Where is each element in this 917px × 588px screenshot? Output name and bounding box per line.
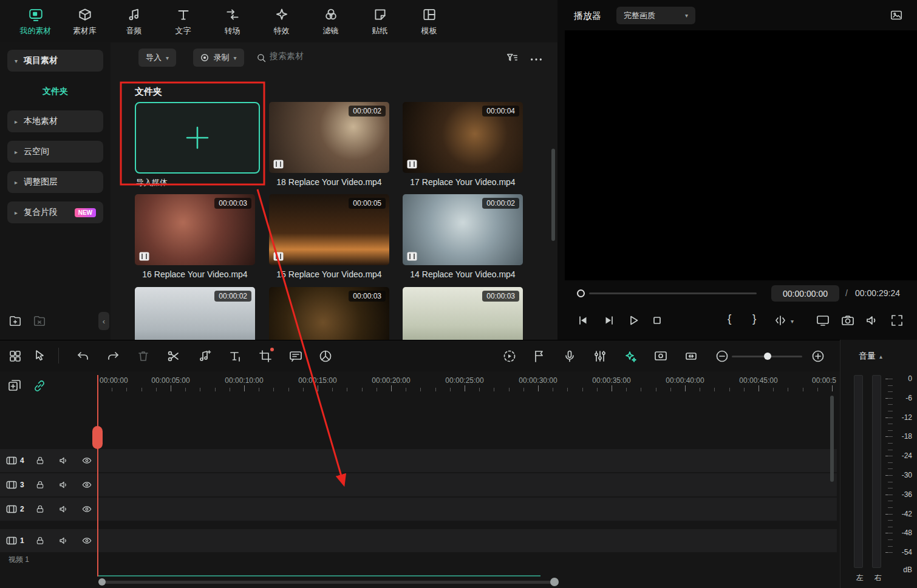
media-view-toggle-button[interactable]	[8, 349, 22, 363]
snapshot-button[interactable]	[840, 313, 855, 328]
lock-track-icon[interactable]	[35, 504, 45, 515]
text-tool-button[interactable]	[228, 349, 242, 363]
mute-button[interactable]	[865, 313, 879, 328]
zoom-slider-handle[interactable]	[764, 353, 771, 360]
media-clip[interactable]: 00:00:03	[269, 287, 389, 340]
nav-stock-media[interactable]: 素材库	[60, 0, 109, 42]
display-button[interactable]	[816, 313, 830, 328]
media-clip[interactable]: 00:00:04 17 Replace Your Video.mp4	[403, 102, 523, 187]
media-clip[interactable]: 00:00:03 16 Replace Your Video.mp4	[135, 194, 255, 279]
render-preview-button[interactable]	[502, 349, 517, 363]
import-dropdown-button[interactable]: 导入 ▾	[138, 49, 176, 67]
playhead-handle[interactable]	[92, 426, 103, 449]
track-row-3[interactable]: 3	[0, 473, 837, 496]
track-row-1[interactable]: 1	[0, 529, 837, 552]
mark-out-button[interactable]: }	[752, 312, 756, 325]
voiceover-button[interactable]	[562, 349, 577, 363]
media-clip[interactable]: 00:00:02	[135, 287, 255, 340]
media-clip[interactable]: 00:00:02 14 Replace Your Video.mp4	[403, 194, 523, 279]
audio-mixer-button[interactable]	[593, 349, 607, 363]
chevron-down-icon[interactable]: ▾	[791, 318, 794, 325]
nav-filters[interactable]: 滤镜	[306, 0, 355, 42]
visibility-track-icon[interactable]	[81, 455, 92, 466]
sidebar-compound-clip[interactable]: ▸ 复合片段 NEW	[7, 201, 103, 223]
lock-track-icon[interactable]	[35, 480, 45, 490]
mute-track-icon[interactable]	[58, 504, 69, 515]
lock-track-icon[interactable]	[35, 456, 45, 466]
next-frame-button[interactable]	[602, 313, 616, 328]
scroll-handle-right[interactable]	[550, 578, 559, 586]
add-marker-button[interactable]	[532, 349, 547, 363]
nav-audio[interactable]: 音频	[109, 0, 159, 42]
nav-transitions[interactable]: 转场	[208, 0, 257, 42]
meter-scale-value: -18	[894, 432, 912, 441]
timeline-vertical-scrollbar[interactable]	[830, 396, 834, 482]
timeline-horizontal-scrollbar[interactable]	[98, 581, 557, 584]
seek-handle[interactable]	[577, 289, 585, 297]
ruler-label: 00:00:20:00	[372, 376, 410, 385]
sidebar-cloud-space[interactable]: ▸ 云空间	[7, 141, 103, 163]
sidebar-folder-selected[interactable]: 文件夹	[0, 86, 111, 97]
link-button[interactable]	[32, 379, 47, 393]
track-row-4[interactable]: 4	[0, 449, 837, 472]
visibility-track-icon[interactable]	[81, 479, 92, 490]
stop-button[interactable]	[650, 313, 664, 328]
timeline-ruler[interactable]: 00:00:00 00:00:05:00 00:00:10:00 00:00:1…	[97, 371, 837, 391]
select-tool-button[interactable]	[32, 349, 47, 363]
nav-stickers[interactable]: 贴纸	[355, 0, 404, 42]
scroll-handle-left[interactable]	[98, 578, 106, 586]
nav-text[interactable]: 文字	[159, 0, 208, 42]
zoom-in-button[interactable]	[811, 349, 825, 363]
ai-enhance-button[interactable]	[623, 349, 638, 363]
color-correction-button[interactable]	[318, 349, 333, 363]
new-folder-button[interactable]	[9, 314, 22, 328]
nav-effects[interactable]: 特效	[257, 0, 306, 42]
volume-dropdown[interactable]: 音量 ▴	[859, 351, 882, 362]
quality-dropdown[interactable]: 完整画质 ▾	[616, 7, 695, 24]
media-scrollbar[interactable]	[551, 149, 555, 241]
audio-tool-button[interactable]	[197, 349, 211, 363]
playhead-line[interactable]	[97, 375, 98, 576]
layout-grid-icon	[8, 349, 22, 363]
seek-track[interactable]	[589, 292, 757, 294]
chroma-key-button[interactable]	[653, 349, 668, 363]
media-clip[interactable]: 00:00:02 18 Replace Your Video.mp4	[269, 102, 389, 187]
previous-frame-button[interactable]	[576, 313, 590, 328]
more-options-button[interactable]	[530, 55, 543, 66]
filter-button[interactable]	[505, 52, 519, 65]
mark-in-button[interactable]: {	[728, 312, 731, 325]
delete-button[interactable]	[136, 349, 151, 363]
visibility-track-icon[interactable]	[81, 504, 92, 515]
nav-my-media[interactable]: 我的素材	[11, 0, 60, 42]
manage-tracks-button[interactable]	[7, 379, 22, 393]
visibility-track-icon[interactable]	[81, 535, 92, 546]
miniplayer-button[interactable]	[890, 8, 903, 22]
sidebar-local-media[interactable]: ▸ 本地素材	[7, 110, 103, 132]
undo-button[interactable]	[76, 349, 90, 363]
collapse-sidebar-button[interactable]: ‹	[98, 312, 109, 330]
record-dropdown-button[interactable]: 录制 ▾	[193, 49, 244, 67]
media-clip[interactable]: 00:00:03	[403, 287, 523, 340]
mute-track-icon[interactable]	[58, 479, 69, 490]
play-button[interactable]	[626, 313, 641, 328]
nav-templates[interactable]: 模板	[404, 0, 454, 42]
zoom-out-button[interactable]	[715, 349, 729, 363]
media-clip[interactable]: 00:00:05 15 Replace Your Video.mp4	[269, 194, 389, 279]
speech-to-text-button[interactable]	[288, 349, 303, 363]
lock-track-icon[interactable]	[35, 536, 45, 546]
sidebar-adjustment-layer[interactable]: ▸ 调整图层	[7, 171, 103, 193]
fullscreen-button[interactable]	[890, 313, 904, 328]
zoom-fit-button[interactable]	[684, 349, 698, 363]
mute-track-icon[interactable]	[58, 455, 69, 466]
marker-button[interactable]	[773, 313, 788, 328]
crop-button[interactable]	[258, 349, 273, 363]
search-input[interactable]	[270, 51, 385, 61]
delete-folder-button[interactable]	[33, 314, 46, 328]
video-preview[interactable]	[565, 30, 917, 280]
mute-track-icon[interactable]	[58, 535, 69, 546]
track-row-2[interactable]: 2	[0, 498, 837, 521]
import-media-tile[interactable]	[135, 102, 260, 174]
split-button[interactable]	[166, 349, 181, 363]
redo-button[interactable]	[106, 349, 120, 363]
sidebar-project-media[interactable]: ▾ 项目素材	[7, 50, 103, 72]
